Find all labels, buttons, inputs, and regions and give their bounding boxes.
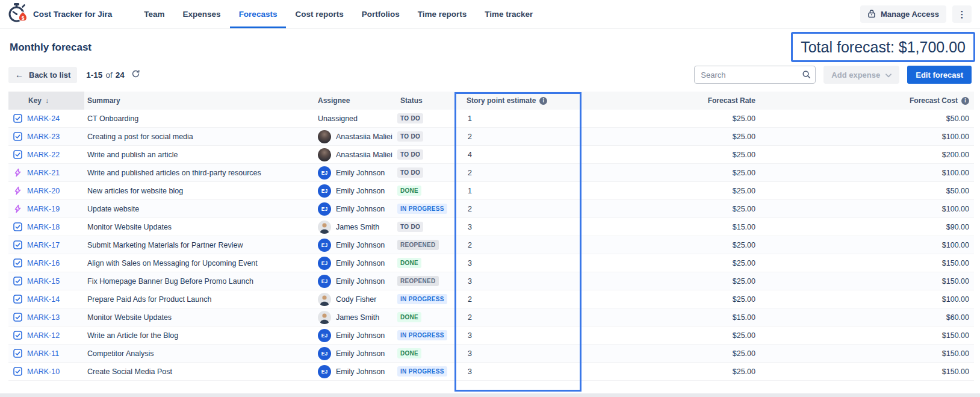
story-points-value: 2 [454, 205, 581, 213]
nav-tab-time-tracker[interactable]: Time tracker [476, 0, 542, 28]
nav-tab-forecasts[interactable]: Forecasts [230, 0, 287, 28]
column-header-forecast-cost[interactable]: Forecast Cost i [761, 96, 974, 105]
table-row: MARK-10 Create Social Media Post EJ Emil… [8, 363, 974, 381]
assignee-avatar [318, 148, 331, 161]
key-cell: MARK-17 [8, 240, 84, 249]
issue-key-link[interactable]: MARK-11 [27, 349, 59, 358]
refresh-button[interactable] [130, 68, 141, 81]
issue-key-link[interactable]: MARK-15 [27, 277, 60, 286]
assignee-cell: Anastasiia Maliei [316, 130, 397, 143]
issue-key-link[interactable]: MARK-18 [27, 223, 60, 231]
issue-key-link[interactable]: MARK-20 [27, 187, 60, 195]
forecast-table: Key ↓ Summary Assignee Status Story poin… [8, 92, 974, 381]
info-icon[interactable]: i [961, 97, 969, 105]
more-options-button[interactable]: ⋮ [952, 5, 972, 23]
forecast-rate-value: $25.00 [581, 241, 761, 249]
task-type-icon [13, 349, 22, 358]
add-expense-button[interactable]: Add expense [823, 66, 899, 84]
table-body: MARK-24 CT Onboarding Unassigned TO DO 1… [8, 110, 974, 381]
column-header-summary[interactable]: Summary [84, 96, 316, 105]
table-row: MARK-24 CT Onboarding Unassigned TO DO 1… [8, 110, 974, 128]
assignee-cell: EJ Emily Johnson [316, 166, 397, 180]
issue-key-link[interactable]: MARK-13 [27, 313, 60, 322]
key-cell: MARK-22 [8, 150, 84, 159]
issue-key-link[interactable]: MARK-22 [27, 151, 60, 159]
table-row: MARK-11 Competitor Analysis EJ Emily Joh… [8, 345, 974, 363]
person-photo-icon [318, 311, 331, 324]
edit-forecast-button[interactable]: Edit forecast [907, 66, 972, 84]
issue-key-link[interactable]: MARK-10 [27, 367, 60, 376]
app-logo-icon: $ [5, 1, 29, 28]
pagination-total: 24 [116, 70, 125, 80]
search-input[interactable] [694, 66, 816, 84]
summary-cell: Submit Marketing Materials for Partner R… [84, 241, 316, 249]
issue-key-link[interactable]: MARK-14 [27, 295, 60, 304]
status-cell: DONE [397, 348, 454, 358]
issue-key-link[interactable]: MARK-21 [27, 169, 60, 177]
assignee-avatar [318, 130, 331, 143]
nav-tab-team[interactable]: Team [135, 0, 173, 28]
story-type-icon [13, 204, 22, 213]
nav-tab-time-reports[interactable]: Time reports [409, 0, 476, 28]
forecast-cost-value: $150.00 [761, 367, 974, 376]
assignee-name: Emily Johnson [336, 169, 385, 177]
column-header-forecast-rate[interactable]: Forecast Rate [581, 96, 761, 105]
assignee-name: Anastasiia Maliei [336, 133, 392, 141]
refresh-icon [131, 69, 140, 80]
column-header-status[interactable]: Status [397, 96, 454, 105]
forecast-rate-value: $25.00 [581, 277, 761, 286]
status-badge: TO DO [397, 149, 423, 160]
key-cell: MARK-13 [8, 313, 84, 322]
issue-key-link[interactable]: MARK-12 [27, 331, 60, 340]
issue-key-link[interactable]: MARK-24 [27, 114, 60, 123]
status-cell: IN PROGRESS [397, 330, 454, 340]
story-points-value: 2 [454, 295, 581, 304]
status-badge: DONE [397, 186, 421, 196]
info-icon[interactable]: i [539, 97, 547, 105]
assignee-avatar [318, 293, 331, 306]
status-badge: DONE [397, 348, 421, 358]
column-header-story-points[interactable]: Story point estimate i [454, 96, 581, 105]
issue-key-link[interactable]: MARK-19 [27, 205, 60, 213]
column-label-key: Key [28, 96, 42, 105]
nav-tab-expenses[interactable]: Expenses [174, 0, 230, 28]
table-row: MARK-23 Creating a post for social media… [8, 128, 974, 146]
task-type-icon [13, 132, 22, 141]
assignee-cell: Unassigned [316, 114, 397, 123]
assignee-name: Emily Johnson [336, 259, 385, 267]
forecast-cost-value: $90.00 [761, 223, 974, 231]
task-type-icon [13, 258, 22, 267]
avatar-initials: EJ [321, 333, 327, 339]
person-photo-icon [318, 220, 331, 234]
story-points-value: 4 [454, 151, 581, 159]
column-header-key[interactable]: Key ↓ [8, 92, 84, 110]
forecast-rate-value: $25.00 [581, 295, 761, 304]
status-badge: IN PROGRESS [397, 294, 447, 304]
story-points-value: 1 [454, 114, 581, 123]
forecast-rate-value: $25.00 [581, 114, 761, 123]
issue-key-link[interactable]: MARK-17 [27, 241, 60, 249]
back-to-list-button[interactable]: ← Back to list [8, 67, 77, 83]
story-points-value: 2 [454, 169, 581, 177]
key-cell: MARK-21 [8, 168, 84, 177]
forecast-cost-value: $100.00 [761, 241, 974, 249]
status-cell: TO DO [397, 131, 454, 142]
key-cell: MARK-19 [8, 204, 84, 213]
svg-text:$: $ [22, 14, 25, 20]
manage-access-button[interactable]: Manage Access [860, 5, 946, 23]
story-type-icon [13, 186, 22, 195]
story-points-value: 3 [454, 349, 581, 358]
story-points-value: 3 [454, 331, 581, 340]
assignee-cell: EJ Emily Johnson [316, 184, 397, 198]
nav-tab-cost-reports[interactable]: Cost reports [286, 0, 352, 28]
status-cell: TO DO [397, 167, 454, 178]
summary-cell: Create Social Media Post [84, 367, 316, 376]
issue-key-link[interactable]: MARK-23 [27, 133, 60, 141]
column-header-assignee[interactable]: Assignee [316, 96, 397, 105]
page-title: Monthly forecast [10, 42, 91, 54]
issue-key-link[interactable]: MARK-16 [27, 259, 60, 267]
key-cell: MARK-14 [8, 295, 84, 304]
nav-tab-portfolios[interactable]: Portfolios [353, 0, 409, 28]
status-badge: IN PROGRESS [397, 330, 447, 340]
key-cell: MARK-23 [8, 132, 84, 141]
